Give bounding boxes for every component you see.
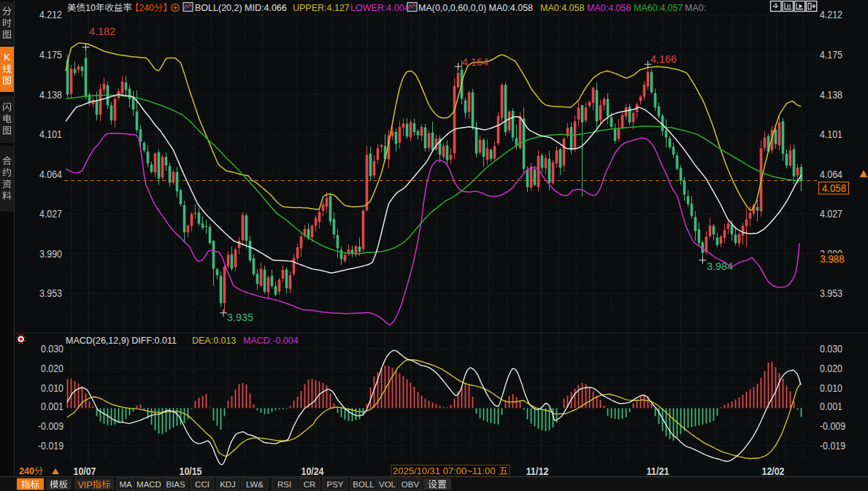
svg-text:4.212: 4.212	[820, 8, 842, 20]
svg-text:240: 240	[19, 466, 34, 476]
svg-text:RSI: RSI	[277, 480, 291, 489]
svg-text:CR: CR	[304, 480, 316, 489]
svg-text:DEA:0.013: DEA:0.013	[192, 336, 237, 346]
svg-text:K: K	[4, 52, 10, 63]
svg-text:4.212: 4.212	[39, 8, 62, 20]
svg-text:3.990: 3.990	[39, 247, 62, 260]
svg-text:11/21: 11/21	[647, 465, 669, 477]
svg-text:VOL: VOL	[379, 480, 396, 489]
svg-text:12/02: 12/02	[762, 465, 785, 477]
svg-text:MA60:4.057: MA60:4.057	[634, 3, 683, 13]
svg-text:4.164: 4.164	[462, 56, 488, 68]
svg-text:MA(0,0,0,60,0,0) MA0:4.058: MA(0,0,0,60,0,0) MA0:4.058	[418, 3, 533, 13]
svg-text:0.010: 0.010	[820, 382, 842, 394]
svg-text:BOLL(20,2) MID:4.066: BOLL(20,2) MID:4.066	[195, 3, 287, 13]
svg-text:3.988: 3.988	[821, 253, 845, 265]
svg-text:MA0:4.058: MA0:4.058	[587, 3, 631, 13]
svg-text:10/24: 10/24	[302, 465, 324, 477]
svg-text:10/15: 10/15	[180, 465, 202, 477]
svg-text:4.064: 4.064	[39, 168, 62, 180]
svg-text:0.001: 0.001	[41, 400, 64, 412]
svg-text:3.984: 3.984	[707, 260, 733, 272]
svg-text:4.064: 4.064	[820, 168, 842, 180]
svg-text:MA0:: MA0:	[685, 3, 706, 13]
svg-text:4.166: 4.166	[650, 53, 677, 65]
svg-text:3.953: 3.953	[39, 287, 62, 299]
svg-text:LW&: LW&	[246, 480, 264, 489]
svg-text:-0.009: -0.009	[820, 420, 845, 432]
svg-text:0.030: 0.030	[820, 342, 842, 355]
svg-text:KDJ: KDJ	[220, 480, 236, 489]
svg-text:4.175: 4.175	[39, 48, 62, 61]
svg-text:UPPER:4.127: UPPER:4.127	[293, 3, 350, 13]
svg-text:MACD:-0.004: MACD:-0.004	[243, 336, 299, 346]
svg-text:MACD: MACD	[137, 480, 161, 489]
svg-text:BOLL: BOLL	[353, 480, 375, 489]
svg-text:MA: MA	[119, 480, 132, 489]
svg-text:3.953: 3.953	[820, 287, 842, 299]
svg-text:VIP: VIP	[77, 480, 92, 490]
svg-text:OBV: OBV	[402, 480, 420, 489]
svg-text:-0.019: -0.019	[38, 439, 64, 452]
svg-text:0.010: 0.010	[41, 382, 64, 394]
svg-text:4.182: 4.182	[89, 26, 115, 37]
svg-text:0.030: 0.030	[41, 342, 64, 355]
svg-text:4.027: 4.027	[39, 207, 62, 220]
svg-text:0.020: 0.020	[820, 362, 842, 374]
svg-text:4.058: 4.058	[822, 182, 846, 194]
svg-text:4.027: 4.027	[820, 207, 842, 220]
svg-text:-0.009: -0.009	[38, 420, 64, 432]
svg-text:MA0:4.058: MA0:4.058	[540, 3, 585, 13]
svg-text:4.175: 4.175	[820, 48, 842, 61]
svg-text:PSY: PSY	[326, 480, 343, 489]
svg-text:2025/10/31 07:00~11:00: 2025/10/31 07:00~11:00	[393, 465, 495, 476]
svg-text:CCI: CCI	[195, 480, 210, 489]
svg-text:4.101: 4.101	[39, 128, 62, 140]
svg-text:BIAS: BIAS	[166, 480, 185, 489]
svg-text:240: 240	[139, 3, 154, 13]
svg-text:0.001: 0.001	[820, 400, 842, 412]
svg-text:10/07: 10/07	[74, 465, 96, 477]
svg-text:10: 10	[85, 3, 96, 13]
svg-text:4.138: 4.138	[820, 88, 842, 101]
svg-text:11/12: 11/12	[526, 465, 549, 477]
svg-text:4.101: 4.101	[820, 128, 842, 140]
svg-text:MACD(26,12,9) DIFF:0.011: MACD(26,12,9) DIFF:0.011	[66, 336, 177, 346]
svg-text:4.138: 4.138	[39, 88, 62, 101]
svg-text:3.935: 3.935	[227, 312, 253, 323]
svg-text:LOWER:4.004: LOWER:4.004	[350, 3, 410, 13]
svg-text:-0.019: -0.019	[820, 439, 845, 452]
svg-text:0.020: 0.020	[41, 362, 64, 374]
